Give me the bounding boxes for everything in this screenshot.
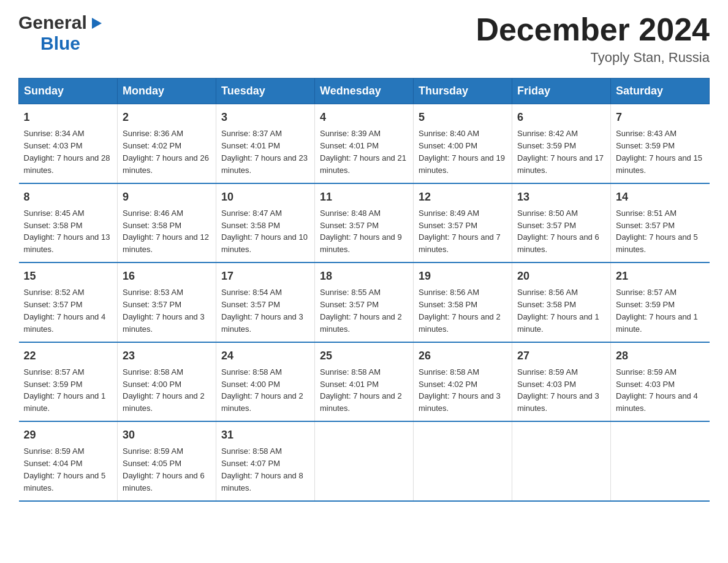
day-number: 18 xyxy=(320,268,408,284)
day-info: Sunrise: 8:39 AMSunset: 4:01 PMDaylight:… xyxy=(320,129,406,175)
day-number: 6 xyxy=(517,109,605,125)
day-cell: 12Sunrise: 8:49 AMSunset: 3:57 PMDayligh… xyxy=(414,183,512,262)
day-number: 16 xyxy=(123,268,211,284)
day-number: 10 xyxy=(221,189,309,205)
day-info: Sunrise: 8:42 AMSunset: 3:59 PMDaylight:… xyxy=(517,129,604,175)
day-cell: 7Sunrise: 8:43 AMSunset: 3:59 PMDaylight… xyxy=(611,104,710,183)
day-cell: 27Sunrise: 8:59 AMSunset: 4:03 PMDayligh… xyxy=(512,342,611,421)
col-saturday: Saturday xyxy=(611,79,710,104)
day-info: Sunrise: 8:37 AMSunset: 4:01 PMDaylight:… xyxy=(221,129,308,175)
day-cell: 28Sunrise: 8:59 AMSunset: 4:03 PMDayligh… xyxy=(611,342,710,421)
day-info: Sunrise: 8:56 AMSunset: 3:58 PMDaylight:… xyxy=(517,288,599,334)
logo-arrow-icon xyxy=(89,17,103,33)
col-wednesday: Wednesday xyxy=(315,79,414,104)
week-row-4: 22Sunrise: 8:57 AMSunset: 3:59 PMDayligh… xyxy=(19,342,710,421)
day-number: 4 xyxy=(320,109,408,125)
day-cell: 5Sunrise: 8:40 AMSunset: 4:00 PMDaylight… xyxy=(414,104,512,183)
day-info: Sunrise: 8:50 AMSunset: 3:57 PMDaylight:… xyxy=(517,209,599,255)
day-info: Sunrise: 8:59 AMSunset: 4:03 PMDaylight:… xyxy=(616,367,698,413)
day-cell: 2Sunrise: 8:36 AMSunset: 4:02 PMDaylight… xyxy=(118,104,216,183)
logo-blue-text: Blue xyxy=(40,33,80,53)
day-cell: 1Sunrise: 8:34 AMSunset: 4:03 PMDaylight… xyxy=(19,104,118,183)
day-cell xyxy=(512,421,611,500)
day-info: Sunrise: 8:36 AMSunset: 4:02 PMDaylight:… xyxy=(123,129,209,175)
day-info: Sunrise: 8:52 AMSunset: 3:57 PMDaylight:… xyxy=(24,288,106,334)
day-info: Sunrise: 8:59 AMSunset: 4:05 PMDaylight:… xyxy=(123,446,205,492)
day-number: 31 xyxy=(221,427,309,443)
day-number: 24 xyxy=(221,348,309,364)
day-number: 27 xyxy=(517,348,605,364)
day-number: 2 xyxy=(123,109,211,125)
day-cell: 16Sunrise: 8:53 AMSunset: 3:57 PMDayligh… xyxy=(118,262,216,342)
day-info: Sunrise: 8:58 AMSunset: 4:01 PMDaylight:… xyxy=(320,367,402,413)
day-info: Sunrise: 8:58 AMSunset: 4:00 PMDaylight:… xyxy=(123,367,205,413)
day-info: Sunrise: 8:40 AMSunset: 4:00 PMDaylight:… xyxy=(419,129,505,175)
day-cell: 22Sunrise: 8:57 AMSunset: 3:59 PMDayligh… xyxy=(19,342,118,421)
calendar-title: December 2024 xyxy=(476,12,710,47)
week-row-2: 8Sunrise: 8:45 AMSunset: 3:58 PMDaylight… xyxy=(19,183,710,262)
day-number: 14 xyxy=(616,189,705,205)
day-info: Sunrise: 8:46 AMSunset: 3:58 PMDaylight:… xyxy=(123,209,209,255)
day-info: Sunrise: 8:58 AMSunset: 4:02 PMDaylight:… xyxy=(419,367,501,413)
day-cell xyxy=(611,421,710,500)
day-number: 9 xyxy=(123,189,211,205)
day-info: Sunrise: 8:55 AMSunset: 3:57 PMDaylight:… xyxy=(320,288,402,334)
day-number: 20 xyxy=(517,268,605,284)
col-friday: Friday xyxy=(512,79,611,104)
day-cell: 20Sunrise: 8:56 AMSunset: 3:58 PMDayligh… xyxy=(512,262,611,342)
svg-marker-0 xyxy=(92,18,102,29)
day-number: 13 xyxy=(517,189,605,205)
day-cell: 24Sunrise: 8:58 AMSunset: 4:00 PMDayligh… xyxy=(216,342,315,421)
day-number: 17 xyxy=(221,268,309,284)
day-number: 23 xyxy=(123,348,211,364)
logo-general-text: General xyxy=(18,12,87,33)
calendar-table: Sunday Monday Tuesday Wednesday Thursday… xyxy=(18,78,710,501)
day-info: Sunrise: 8:34 AMSunset: 4:03 PMDaylight:… xyxy=(24,129,110,175)
day-cell: 9Sunrise: 8:46 AMSunset: 3:58 PMDaylight… xyxy=(118,183,216,262)
day-info: Sunrise: 8:43 AMSunset: 3:59 PMDaylight:… xyxy=(616,129,702,175)
col-tuesday: Tuesday xyxy=(216,79,315,104)
day-info: Sunrise: 8:48 AMSunset: 3:57 PMDaylight:… xyxy=(320,209,402,255)
week-row-3: 15Sunrise: 8:52 AMSunset: 3:57 PMDayligh… xyxy=(19,262,710,342)
day-number: 15 xyxy=(24,268,113,284)
day-info: Sunrise: 8:54 AMSunset: 3:57 PMDaylight:… xyxy=(221,288,303,334)
day-cell: 10Sunrise: 8:47 AMSunset: 3:58 PMDayligh… xyxy=(216,183,315,262)
day-cell: 29Sunrise: 8:59 AMSunset: 4:04 PMDayligh… xyxy=(19,421,118,500)
day-number: 21 xyxy=(616,268,705,284)
day-number: 1 xyxy=(24,109,113,125)
day-number: 29 xyxy=(24,427,113,443)
day-number: 22 xyxy=(24,348,113,364)
day-cell: 26Sunrise: 8:58 AMSunset: 4:02 PMDayligh… xyxy=(414,342,512,421)
day-info: Sunrise: 8:49 AMSunset: 3:57 PMDaylight:… xyxy=(419,209,501,255)
day-cell: 30Sunrise: 8:59 AMSunset: 4:05 PMDayligh… xyxy=(118,421,216,500)
day-info: Sunrise: 8:58 AMSunset: 4:07 PMDaylight:… xyxy=(221,446,303,492)
day-cell: 15Sunrise: 8:52 AMSunset: 3:57 PMDayligh… xyxy=(19,262,118,342)
day-number: 25 xyxy=(320,348,408,364)
day-number: 30 xyxy=(123,427,211,443)
day-info: Sunrise: 8:59 AMSunset: 4:04 PMDaylight:… xyxy=(24,446,106,492)
day-cell: 23Sunrise: 8:58 AMSunset: 4:00 PMDayligh… xyxy=(118,342,216,421)
week-row-1: 1Sunrise: 8:34 AMSunset: 4:03 PMDaylight… xyxy=(19,104,710,183)
col-sunday: Sunday xyxy=(19,79,118,104)
day-cell: 3Sunrise: 8:37 AMSunset: 4:01 PMDaylight… xyxy=(216,104,315,183)
day-cell: 31Sunrise: 8:58 AMSunset: 4:07 PMDayligh… xyxy=(216,421,315,500)
day-info: Sunrise: 8:45 AMSunset: 3:58 PMDaylight:… xyxy=(24,209,110,255)
day-info: Sunrise: 8:58 AMSunset: 4:00 PMDaylight:… xyxy=(221,367,303,413)
day-cell xyxy=(414,421,512,500)
title-section: December 2024 Tyoply Stan, Russia xyxy=(476,12,710,66)
day-cell: 13Sunrise: 8:50 AMSunset: 3:57 PMDayligh… xyxy=(512,183,611,262)
day-info: Sunrise: 8:57 AMSunset: 3:59 PMDaylight:… xyxy=(24,367,106,413)
day-cell xyxy=(315,421,414,500)
col-thursday: Thursday xyxy=(414,79,512,104)
day-cell: 14Sunrise: 8:51 AMSunset: 3:57 PMDayligh… xyxy=(611,183,710,262)
day-cell: 6Sunrise: 8:42 AMSunset: 3:59 PMDaylight… xyxy=(512,104,611,183)
day-cell: 18Sunrise: 8:55 AMSunset: 3:57 PMDayligh… xyxy=(315,262,414,342)
day-number: 5 xyxy=(419,109,507,125)
day-cell: 25Sunrise: 8:58 AMSunset: 4:01 PMDayligh… xyxy=(315,342,414,421)
day-cell: 11Sunrise: 8:48 AMSunset: 3:57 PMDayligh… xyxy=(315,183,414,262)
day-info: Sunrise: 8:47 AMSunset: 3:58 PMDaylight:… xyxy=(221,209,308,255)
day-number: 7 xyxy=(616,109,705,125)
day-number: 11 xyxy=(320,189,408,205)
logo: General Blue xyxy=(18,12,103,54)
day-number: 19 xyxy=(419,268,507,284)
